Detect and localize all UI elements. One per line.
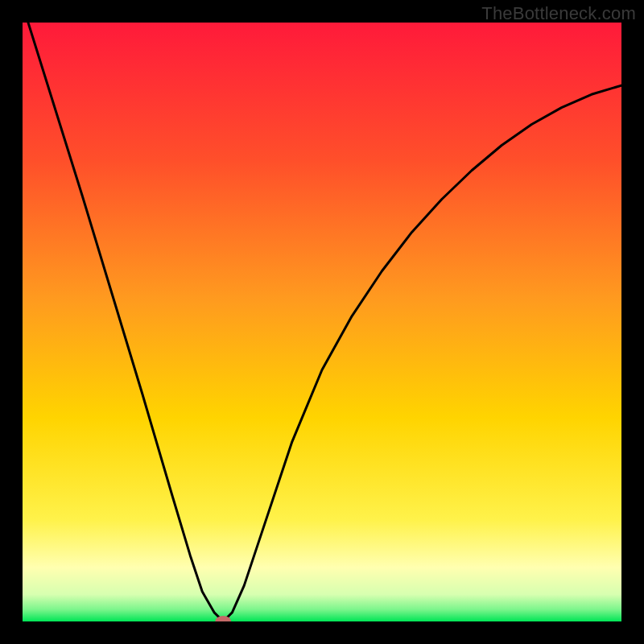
chart-frame: TheBottleneck.com (0, 0, 644, 644)
plot-area (23, 23, 621, 621)
watermark-text: TheBottleneck.com (481, 3, 636, 24)
gradient-background (23, 23, 621, 621)
chart-svg (23, 23, 621, 621)
